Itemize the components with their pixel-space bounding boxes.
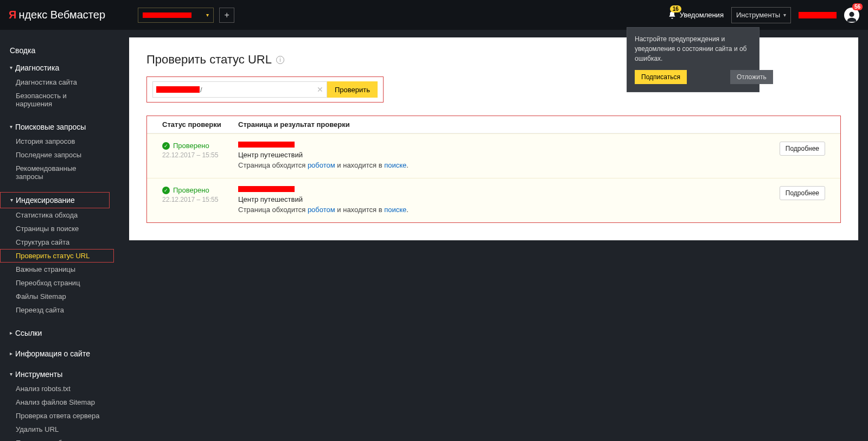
site-selector: ▾ + (138, 8, 234, 23)
add-site-button[interactable]: + (219, 8, 234, 23)
sidebar: Сводка Диагностика Диагностика сайта Без… (0, 30, 119, 441)
page-subtitle: Центр путешествий (238, 195, 765, 203)
notifications[interactable]: 16 Уведомления (668, 11, 724, 20)
redacted-page-url (238, 186, 295, 192)
info-icon[interactable]: i (276, 56, 284, 64)
status-cell: Проверено 22.12.2017 – 15:55 (162, 186, 238, 214)
more-button[interactable]: Подробнее (780, 186, 825, 200)
sidebar-item[interactable]: Безопасность и нарушения (0, 89, 114, 111)
notif-badge: 16 (670, 5, 681, 12)
redacted-page-url (238, 142, 295, 148)
page-cell: Центр путешествий Страница обходится роб… (238, 186, 765, 214)
header: Яндекс Вебмастер ▾ + 16 Уведомления Инст… (0, 0, 868, 30)
sidebar-item[interactable]: Переезд сайта (0, 303, 114, 317)
results-header: Статус проверки Страница и результат про… (147, 116, 840, 133)
chevron-down-icon: ▾ (206, 12, 209, 18)
sidebar-item[interactable]: Статистика обхода (0, 208, 114, 222)
robot-link[interactable]: роботом (308, 206, 335, 214)
sidebar-item[interactable]: История запросов (0, 135, 114, 148)
tooltip-text: Настройте предупреждения и уведомления о… (635, 34, 751, 63)
url-check-form: / ✕ Проверить (146, 76, 384, 103)
sidebar-item[interactable]: Анализ файлов Sitemap (0, 395, 114, 409)
sidebar-summary[interactable]: Сводка (0, 41, 119, 60)
sidebar-section-tools[interactable]: Инструменты (0, 367, 119, 382)
results-table: Статус проверки Страница и результат про… (146, 116, 841, 223)
clear-icon[interactable]: ✕ (317, 85, 323, 94)
logo-text: ндекс Вебмастер (18, 9, 105, 21)
sidebar-section-indexing[interactable]: Индексирование (0, 192, 110, 208)
sidebar-item[interactable]: Последние запросы (0, 148, 114, 162)
status-timestamp: 22.12.2017 – 15:55 (162, 196, 238, 203)
status-cell: Проверено 22.12.2017 – 15:55 (162, 142, 238, 169)
redacted-username (799, 12, 837, 18)
page-subtitle: Центр путешествий (238, 151, 765, 159)
sidebar-item[interactable]: Анализ robots.txt (0, 382, 114, 395)
header-right: 16 Уведомления Инструменты ▾ 56 (668, 7, 859, 23)
page-title-text: Проверить статус URL (146, 53, 272, 67)
sidebar-item[interactable]: Рекомендованные запросы (0, 162, 114, 183)
sidebar-item[interactable]: Диагностика сайта (0, 75, 114, 89)
check-icon (162, 142, 170, 150)
later-button[interactable]: Отложить (730, 70, 773, 84)
sidebar-section-diagnostics[interactable]: Диагностика (0, 60, 119, 75)
page-desc: Страница обходится роботом и находится в… (238, 161, 765, 169)
chevron-down-icon: ▾ (783, 12, 786, 18)
result-row: Проверено 22.12.2017 – 15:55 Центр путеш… (147, 133, 840, 178)
redacted-url (156, 86, 200, 93)
sidebar-item[interactable]: Проверка ответа сервера (0, 409, 114, 423)
check-icon (162, 187, 170, 194)
sidebar-item[interactable]: Важные страницы (0, 263, 114, 276)
sidebar-item[interactable]: Страницы в поиске (0, 222, 114, 235)
avatar-badge: 56 (852, 3, 863, 10)
sidebar-section-search-queries[interactable]: Поисковые запросы (0, 119, 119, 135)
notif-label: Уведомления (680, 11, 724, 19)
status-timestamp: 22.12.2017 – 15:55 (162, 151, 238, 159)
col-status: Статус проверки (162, 120, 238, 129)
sidebar-section-site-info[interactable]: Информация о сайте (0, 346, 119, 361)
robot-link[interactable]: роботом (308, 161, 335, 169)
url-input[interactable]: / ✕ (152, 81, 327, 98)
sidebar-item[interactable]: Удалить URL (0, 423, 114, 436)
more-button[interactable]: Подробнее (780, 142, 825, 156)
page-desc: Страница обходится роботом и находится в… (238, 206, 765, 214)
sidebar-section-links[interactable]: Ссылки (0, 325, 119, 341)
sidebar-item[interactable]: Проверка мобильных страниц (0, 436, 114, 441)
search-link[interactable]: поиске (384, 206, 406, 214)
page-cell: Центр путешествий Страница обходится роб… (238, 142, 765, 169)
check-button[interactable]: Проверить (327, 81, 378, 98)
logo[interactable]: Яндекс Вебмастер (9, 9, 105, 21)
sidebar-item-check-url[interactable]: Проверить статус URL (0, 249, 114, 263)
redacted-site-name (143, 12, 192, 18)
sidebar-item[interactable]: Переобход страниц (0, 276, 114, 290)
search-link[interactable]: поиске (384, 161, 406, 169)
tools-dropdown[interactable]: Инструменты ▾ (731, 7, 791, 23)
avatar-wrap[interactable]: 56 (844, 8, 859, 23)
url-suffix: / (200, 86, 202, 94)
logo-letter: Я (9, 9, 16, 21)
status-text: Проверено (173, 142, 209, 150)
sidebar-item[interactable]: Файлы Sitemap (0, 290, 114, 303)
subscribe-button[interactable]: Подписаться (635, 70, 687, 84)
tools-label: Инструменты (736, 11, 780, 19)
site-dropdown[interactable]: ▾ (138, 8, 214, 23)
col-page: Страница и результат проверки (238, 120, 825, 129)
result-row: Проверено 22.12.2017 – 15:55 Центр путеш… (147, 178, 840, 222)
status-text: Проверено (173, 186, 209, 194)
sidebar-item[interactable]: Структура сайта (0, 235, 114, 249)
notif-tooltip: Настройте предупреждения и уведомления о… (627, 27, 760, 92)
